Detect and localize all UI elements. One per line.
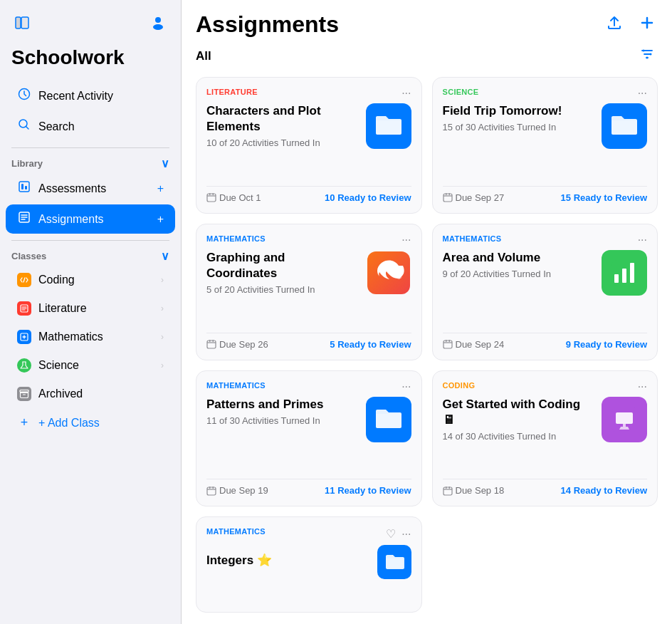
partial-card-1-more-button[interactable]: ··· <box>401 529 411 540</box>
svg-rect-21 <box>213 193 214 195</box>
svg-point-16 <box>643 50 645 52</box>
science-class-icon <box>17 358 31 373</box>
calendar-icon-2 <box>443 192 453 202</box>
card-3-footer: Due Sep 26 5 Ready to Review <box>206 333 411 350</box>
archived-label: Archived <box>38 388 164 400</box>
sidebar-item-archived[interactable]: Archived <box>6 380 175 407</box>
science-label: Science <box>38 359 154 372</box>
export-button[interactable] <box>604 12 625 37</box>
sidebar-item-literature[interactable]: Literature › <box>6 295 175 322</box>
sidebar-title: Schoolwork <box>0 43 181 80</box>
svg-rect-0 <box>16 17 21 28</box>
sidebar-divider-2 <box>11 240 169 241</box>
search-icon <box>17 118 31 135</box>
svg-rect-10 <box>25 186 27 189</box>
card-3-subtitle: 5 of 20 Activities Turned In <box>206 284 359 295</box>
science-chevron-icon: › <box>161 360 164 370</box>
card-1-body: Characters and Plot Elements 10 of 20 Ac… <box>206 103 411 182</box>
card-4-due: Due Sep 24 <box>443 339 505 350</box>
assignments-add-icon[interactable]: + <box>157 213 164 226</box>
assessments-add-icon[interactable]: + <box>157 182 164 195</box>
card-4-title: Area and Volume <box>443 250 595 266</box>
card-2-subject: Science <box>443 88 479 96</box>
assignment-card-1[interactable]: Literature ··· Characters and Plot Eleme… <box>196 77 422 214</box>
card-1-top: Literature ··· <box>206 88 411 99</box>
card-5-subtitle: 11 of 30 Activities Turned In <box>206 415 359 426</box>
assignment-card-6[interactable]: Coding ··· Get Started with Coding 🖥 14 … <box>432 370 658 507</box>
filter-label: All <box>196 49 211 63</box>
classes-toggle[interactable]: ∨ <box>161 249 169 263</box>
add-class-item[interactable]: + + Add Class <box>6 409 175 437</box>
card-5-title: Patterns and Primes <box>206 397 359 412</box>
sidebar-item-science[interactable]: Science › <box>6 352 175 379</box>
svg-rect-27 <box>209 340 211 342</box>
assignment-card-2[interactable]: Science ··· Field Trip Tomorrow! 15 of 3… <box>432 77 658 214</box>
classes-section-label: Classes ∨ <box>0 246 181 266</box>
recent-activity-label: Recent Activity <box>38 90 164 103</box>
card-2-subtitle: 15 of 30 Activities Turned In <box>443 122 595 132</box>
card-6-thumbnail <box>602 397 647 442</box>
card-5-info: Patterns and Primes 11 of 30 Activities … <box>206 397 359 426</box>
library-toggle[interactable]: ∨ <box>161 157 169 170</box>
svg-rect-40 <box>616 412 633 424</box>
card-3-more-button[interactable]: ··· <box>401 234 411 246</box>
sidebar-item-mathematics[interactable]: Mathematics › <box>6 323 175 350</box>
card-1-ready: 10 Ready to Review <box>325 192 411 203</box>
card-1-more-button[interactable]: ··· <box>401 88 411 99</box>
sidebar-item-coding[interactable]: Coding › <box>6 266 175 293</box>
svg-rect-8 <box>19 182 29 192</box>
svg-rect-23 <box>446 193 447 195</box>
header-actions <box>604 12 658 37</box>
card-3-info: Graphing and Coordinates 5 of 20 Activit… <box>206 250 359 295</box>
assignment-card-partial-1[interactable]: Mathematics ♡ ··· Integers ⭐ <box>196 516 422 613</box>
mathematics-chevron-icon: › <box>161 332 164 342</box>
card-3-title: Graphing and Coordinates <box>206 250 359 281</box>
sidebar-divider-1 <box>11 147 169 148</box>
assignment-card-5[interactable]: Mathematics ··· Patterns and Primes 11 o… <box>196 370 422 507</box>
partial-card-1-title: Integers ⭐ <box>206 553 272 568</box>
sub-header: All <box>182 38 672 77</box>
assignments-label: Assignments <box>38 213 150 226</box>
partial-card-1-top: Mathematics ♡ ··· <box>206 527 411 541</box>
svg-rect-20 <box>209 193 211 195</box>
sidebar-item-recent-activity[interactable]: Recent Activity <box>6 81 175 110</box>
assignment-card-4[interactable]: Mathematics ··· Area and Volume 9 of 20 … <box>432 224 658 360</box>
card-6-more-button[interactable]: ··· <box>638 381 647 392</box>
svg-rect-15 <box>20 390 28 392</box>
card-2-more-button[interactable]: ··· <box>638 88 647 99</box>
svg-rect-44 <box>448 487 450 489</box>
add-assignment-button[interactable] <box>636 12 658 37</box>
assignments-icon <box>17 211 31 227</box>
sidebar-toggle-button[interactable] <box>11 12 33 37</box>
page-title: Assignments <box>196 11 339 38</box>
card-5-more-button[interactable]: ··· <box>401 381 411 392</box>
coding-chevron-icon: › <box>161 275 164 285</box>
sidebar-top <box>0 11 181 43</box>
card-4-more-button[interactable]: ··· <box>638 234 647 246</box>
card-6-ready: 14 Ready to Review <box>561 485 647 496</box>
card-1-due: Due Oct 1 <box>206 192 261 203</box>
assessments-label: Assessments <box>38 182 150 195</box>
card-2-due: Due Sep 27 <box>443 192 505 203</box>
add-class-label: + Add Class <box>38 417 164 430</box>
mathematics-label: Mathematics <box>38 331 154 343</box>
card-2-body: Field Trip Tomorrow! 15 of 30 Activities… <box>443 103 648 182</box>
card-6-subject: Coding <box>443 381 476 390</box>
svg-rect-37 <box>209 487 211 489</box>
filter-button[interactable] <box>636 43 658 68</box>
card-3-top: Mathematics ··· <box>206 234 411 246</box>
library-section-label: Library ∨ <box>0 154 181 173</box>
svg-rect-28 <box>213 340 214 342</box>
card-3-due: Due Sep 26 <box>206 339 268 350</box>
svg-rect-22 <box>443 194 452 202</box>
sidebar-item-assignments[interactable]: Assignments + <box>6 204 175 234</box>
card-4-ready: 9 Ready to Review <box>566 339 647 350</box>
assignment-card-3[interactable]: Mathematics ··· Graphing and Coordinates… <box>196 224 422 360</box>
profile-button[interactable] <box>147 11 169 38</box>
partial-card-1-subject: Mathematics <box>206 527 266 536</box>
card-1-footer: Due Oct 1 10 Ready to Review <box>206 186 411 203</box>
card-4-info: Area and Volume 9 of 20 Activities Turne… <box>443 250 595 279</box>
sidebar-item-search[interactable]: Search <box>6 112 175 141</box>
sidebar-item-assessments[interactable]: Assessments + <box>6 174 175 203</box>
card-3-ready: 5 Ready to Review <box>330 339 411 350</box>
